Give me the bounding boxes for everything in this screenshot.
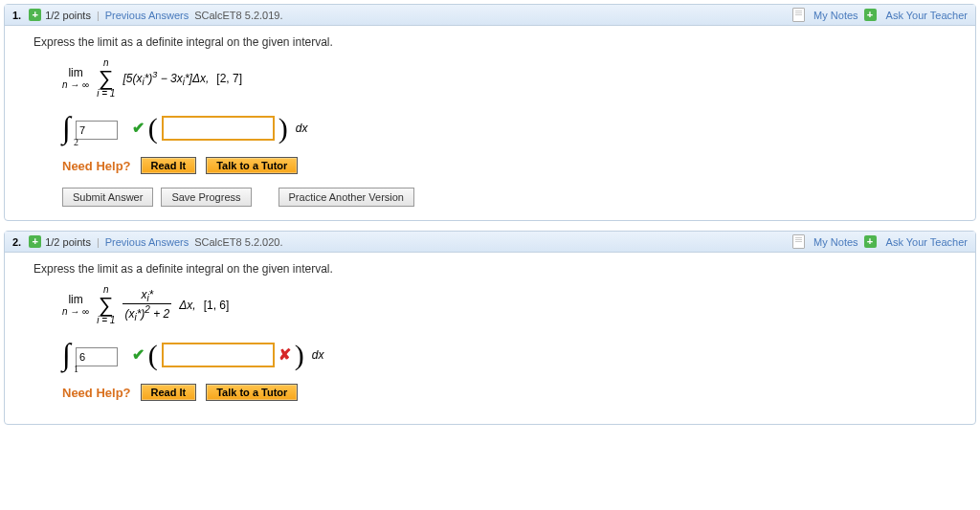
limit-expression: lim n → ∞ n ∑ i = 1 xi* (xi*)2 + 2 Δx, [… xyxy=(62,285,947,325)
cross-icon: ✘ xyxy=(278,345,291,364)
question-body: Express the limit as a definite integral… xyxy=(5,26,975,220)
dx-label: dx xyxy=(296,122,308,135)
plus-icon[interactable]: + xyxy=(29,235,41,248)
need-help-label: Need Help? xyxy=(62,386,131,400)
limit-expression: lim n → ∞ n ∑ i = 1 [5(xi*)3 − 3xi*]Δx, … xyxy=(62,58,947,99)
check-icon: ✔ xyxy=(132,345,145,364)
read-it-button[interactable]: Read It xyxy=(141,384,197,401)
sigma-block: n ∑ i = 1 xyxy=(97,58,115,99)
lim-block: lim n → ∞ xyxy=(62,294,89,317)
question-2: 2. + 1/2 points | Previous Answers SCalc… xyxy=(4,231,976,425)
talk-to-tutor-button[interactable]: Talk to a Tutor xyxy=(206,157,298,174)
header-right: My Notes + Ask Your Teacher xyxy=(792,234,968,249)
question-header: 1. + 1/2 points | Previous Answers SCalc… xyxy=(5,5,975,26)
lower-bound: 1 xyxy=(74,364,78,374)
integral-row: ∫ 2 ✔ ( ) dx xyxy=(62,110,947,145)
integral-row: ∫ 1 ✔ ( ✘ ) dx xyxy=(62,337,947,372)
dx-label: dx xyxy=(312,348,324,362)
right-paren: ) xyxy=(278,112,288,144)
save-progress-button[interactable]: Save Progress xyxy=(161,188,251,207)
plus-icon[interactable]: + xyxy=(864,235,877,248)
summand: [5(xi*)3 − 3xi*]Δx, xyxy=(122,70,209,87)
check-icon: ✔ xyxy=(132,119,145,137)
separator: | xyxy=(97,236,100,248)
my-notes-link[interactable]: My Notes xyxy=(813,236,858,248)
sigma-icon: ∑ xyxy=(97,295,115,316)
interval: [2, 7] xyxy=(216,72,242,85)
right-paren: ) xyxy=(295,339,304,371)
after-frac: Δx, xyxy=(179,299,195,312)
question-header: 2. + 1/2 points | Previous Answers SCalc… xyxy=(5,232,975,253)
left-paren: ( xyxy=(148,339,158,371)
header-right: My Notes + Ask Your Teacher xyxy=(792,8,968,22)
previous-answers-link[interactable]: Previous Answers xyxy=(105,236,189,248)
integral-icon: ∫ 1 xyxy=(62,337,71,372)
need-help-row: Need Help? Read It Talk to a Tutor xyxy=(62,384,947,401)
talk-to-tutor-button[interactable]: Talk to a Tutor xyxy=(206,384,298,401)
left-paren: ( xyxy=(148,112,158,144)
submit-answer-button[interactable]: Submit Answer xyxy=(62,188,153,207)
points-label: 1/2 points xyxy=(45,10,91,21)
notes-icon xyxy=(792,8,805,22)
prompt-text: Express the limit as a definite integral… xyxy=(33,35,947,49)
points-label: 1/2 points xyxy=(45,236,91,248)
need-help-row: Need Help? Read It Talk to a Tutor xyxy=(62,157,947,174)
integral-icon: ∫ 2 xyxy=(62,110,71,145)
upper-bound-input[interactable] xyxy=(76,121,118,140)
integrand-input[interactable] xyxy=(162,343,275,367)
source-label: SCalcET8 5.2.020. xyxy=(194,236,282,248)
lower-bound: 2 xyxy=(74,137,78,147)
read-it-button[interactable]: Read It xyxy=(141,157,197,174)
question-number: 1. xyxy=(12,10,21,21)
fraction: xi* (xi*)2 + 2 xyxy=(122,288,171,323)
notes-icon xyxy=(792,234,805,249)
prompt-text: Express the limit as a definite integral… xyxy=(33,262,947,276)
integrand-input[interactable] xyxy=(162,116,275,141)
sigma-icon: ∑ xyxy=(97,68,115,89)
ask-teacher-link[interactable]: Ask Your Teacher xyxy=(886,236,968,248)
my-notes-link[interactable]: My Notes xyxy=(813,10,858,21)
sigma-block: n ∑ i = 1 xyxy=(97,285,115,325)
plus-icon[interactable]: + xyxy=(864,9,877,21)
upper-bound-input[interactable] xyxy=(76,347,118,366)
ask-teacher-link[interactable]: Ask Your Teacher xyxy=(886,10,968,21)
previous-answers-link[interactable]: Previous Answers xyxy=(105,10,189,21)
action-row: Submit Answer Save Progress Practice Ano… xyxy=(62,188,947,207)
separator: | xyxy=(97,10,100,21)
question-number: 2. xyxy=(12,236,21,248)
source-label: SCalcET8 5.2.019. xyxy=(194,10,282,21)
question-1: 1. + 1/2 points | Previous Answers SCalc… xyxy=(4,4,976,221)
lim-block: lim n → ∞ xyxy=(62,67,89,90)
interval: [1, 6] xyxy=(204,299,230,312)
plus-icon[interactable]: + xyxy=(29,9,41,21)
practice-another-button[interactable]: Practice Another Version xyxy=(278,188,414,207)
question-body: Express the limit as a definite integral… xyxy=(5,253,975,424)
need-help-label: Need Help? xyxy=(62,159,131,173)
